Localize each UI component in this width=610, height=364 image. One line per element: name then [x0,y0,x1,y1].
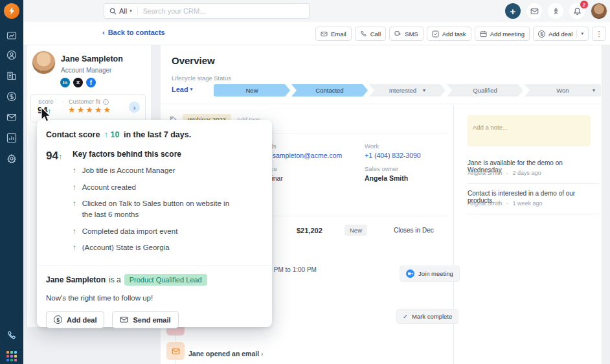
chevron-down-icon: ▾ [593,87,595,93]
score-label: Score [38,98,54,105]
sms-label: SMS [405,30,418,38]
chevron-down-icon: ▾ [423,87,425,93]
sidebar-item-deals[interactable] [0,88,23,105]
stage-label: Qualified [473,87,497,94]
chevron-down-icon: ▾ [190,87,193,92]
call-label: Call [370,30,381,38]
sidebar-item-email[interactable] [0,109,23,126]
crm-contact-page: All ▾ + 2 ‹ Back to contacts [0,0,610,364]
more-actions-button[interactable]: ⋮ [592,27,606,41]
user-avatar[interactable] [591,3,607,19]
sidebar-item-contacts[interactable] [0,47,23,63]
add-meeting-button[interactable]: Add meeting [475,27,530,41]
factor-text: (Account) State is Georgia [82,242,170,253]
status-stagebar: New Contacted Interested ▾ Qualified Won… [214,84,601,97]
sms-button[interactable]: SMS [389,27,424,41]
score-factor: ↑ (Account) State is Georgia [73,242,263,253]
global-search[interactable]: All ▾ [104,3,310,19]
sidebar-item-dashboard[interactable] [0,27,23,44]
stage-won[interactable]: Won ▾ [525,84,601,97]
conclusion-text: is a [109,275,121,284]
email-button[interactable]: Email [315,27,352,41]
contact-name: Jane Sampleton [61,54,123,63]
score-up-icon: ↑ [58,152,62,161]
timeline-email-icon [166,342,185,360]
lifecycle-stage-label: Lifecycle stage [172,74,212,82]
popup-add-deal-button[interactable]: $ Add deal [46,311,104,328]
lifecycle-dropdown[interactable]: Lead ▾ [172,85,192,93]
timeline-event-link[interactable]: Jane opened an email › [188,350,264,358]
sales-owner-label: Sales owner [365,165,398,172]
video-camera-icon [406,269,414,278]
check-icon: ✓ [403,313,408,320]
score-factor: ↑ Job title is Account Manager [73,165,263,176]
phone-icon [360,30,367,38]
score-expand-button[interactable]: › [129,102,140,113]
search-input[interactable] [138,7,267,15]
add-deal-label: Add deal [548,30,573,38]
join-meeting-label: Join meeting [418,270,453,277]
chevron-down-icon: ▾ [581,31,583,36]
add-task-label: Add task [442,30,466,38]
info-icon[interactable]: i [103,99,109,105]
call-button[interactable]: Call [355,27,386,41]
add-task-button[interactable]: Add task [427,27,471,41]
notifications-button[interactable]: 2 [569,3,585,19]
kebab-icon: ⋮ [596,30,603,38]
lifecycle-value: Lead [172,85,188,93]
add-note-input[interactable]: Add a note... [468,115,591,146]
join-meeting-button[interactable]: Join meeting [400,266,460,282]
search-icon [109,8,117,15]
score-factor: ↑ Account created [73,182,263,193]
sidebar-item-phone[interactable] [0,327,23,344]
whats-new-button[interactable] [548,3,563,19]
note-author: Angela Smith [468,170,503,176]
conclusion-name: Jane Sampleton [46,275,106,284]
status-label: Status [214,74,231,82]
score-delta: ↑ 10 [104,130,120,139]
up-arrow-icon: ↑ [73,242,76,253]
rocket-icon [552,7,560,16]
work-label: Work [365,142,379,150]
deal-close-date: Closes in Dec [394,227,434,234]
stage-label: Interested [389,87,416,94]
quick-add-button[interactable]: + [505,3,521,19]
stage-qualified[interactable]: Qualified [447,84,523,97]
back-to-contacts-link[interactable]: ‹ Back to contacts [102,28,165,36]
divider [468,183,599,184]
contact-actions-bar: ‹ Back to contacts Email Call SMS Add ta… [23,22,610,45]
note-meta: Angela Smith · 1 week ago [468,200,543,207]
work-phone-link[interactable]: +1 (404) 832-3090 [365,152,421,159]
add-meeting-label: Add meeting [490,30,525,38]
contact-score-popup: Contact score ↑ 10 in the last 7 days. 9… [37,120,272,327]
mark-complete-button[interactable]: ✓ Mark complete [396,309,458,324]
sidebar-item-settings[interactable] [0,150,23,167]
inbox-button[interactable] [526,3,542,19]
factor-text: Completed data import event [82,226,178,237]
add-note-placeholder: Add a note... [473,124,508,131]
search-scope-dropdown[interactable]: All ▾ [109,7,138,15]
stage-interested[interactable]: Interested ▾ [369,84,446,97]
facebook-icon[interactable]: f [86,78,96,87]
linkedin-icon[interactable]: in [60,78,70,87]
mark-complete-label: Mark complete [412,313,452,320]
contact-avatar [32,51,56,74]
add-deal-button[interactable]: $ Add deal ▾ [533,27,589,41]
app-switcher-icon[interactable] [0,348,23,364]
notification-badge: 2 [580,0,589,9]
divider [161,104,602,104]
sidebar-item-analytics[interactable] [0,130,23,146]
sidebar-item-accounts[interactable] [0,67,23,84]
popup-send-email-button[interactable]: Send email [112,311,178,328]
stage-contacted[interactable]: Contacted [291,84,368,97]
back-chevron-icon: ‹ [102,28,105,36]
stage-new[interactable]: New [214,84,290,97]
factor-text: Account created [82,182,136,193]
freshworks-logo-icon[interactable] [4,3,19,19]
calendar-icon [480,30,487,38]
email-label: Email [331,30,346,38]
note-author: Angela Smith [468,200,503,207]
up-arrow-icon: ↑ [73,165,76,176]
x-twitter-icon[interactable]: X [73,78,83,87]
sms-icon [394,30,401,38]
